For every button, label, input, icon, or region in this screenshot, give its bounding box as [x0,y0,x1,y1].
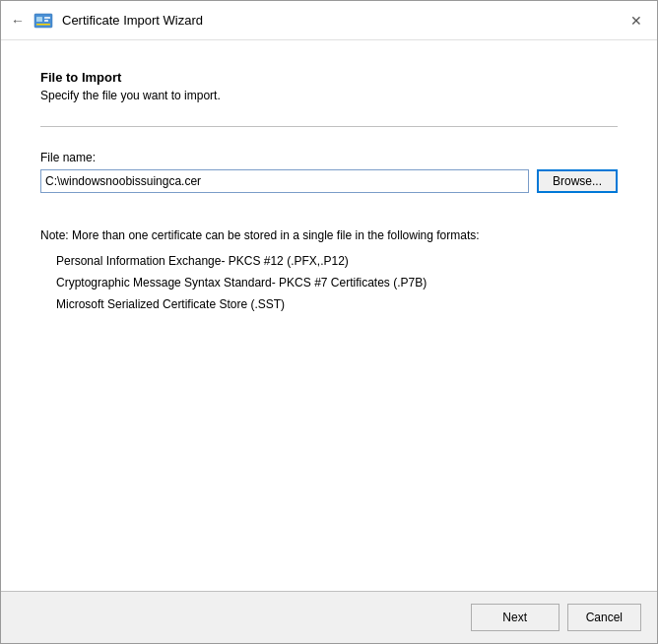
svg-rect-2 [44,17,50,19]
svg-rect-1 [36,17,42,22]
svg-rect-3 [44,20,48,22]
title-bar: ← Certificate Import Wizard ✕ [1,1,657,40]
close-button[interactable]: ✕ [625,10,647,32]
title-bar-left: ← Certificate Import Wizard [11,10,203,32]
footer: Next Cancel [1,591,657,643]
svg-rect-4 [36,24,50,26]
main-content: File to Import Specify the file you want… [1,40,657,591]
format-list: Personal Information Exchange- PKCS #12 … [56,254,618,311]
file-name-label: File name: [40,151,618,164]
section-header: File to Import Specify the file you want… [40,70,618,102]
browse-button[interactable]: Browse... [537,169,618,193]
back-button[interactable]: ← [11,13,25,29]
note-area: Note: More than one certificate can be s… [40,228,618,319]
section-desc: Specify the file you want to import. [40,89,618,102]
wizard-icon [33,10,54,32]
wizard-window: ← Certificate Import Wizard ✕ File to Im… [0,0,658,644]
title-bar-title: Certificate Import Wizard [62,13,203,28]
section-title: File to Import [40,70,618,85]
list-item: Cryptographic Message Syntax Standard- P… [56,276,618,290]
file-name-input[interactable] [40,169,529,193]
note-text: Note: More than one certificate can be s… [40,228,618,242]
file-field-area: File name: Browse... [40,151,618,193]
next-button[interactable]: Next [471,604,559,631]
cancel-button[interactable]: Cancel [567,604,641,631]
list-item: Microsoft Serialized Certificate Store (… [56,297,618,311]
list-item: Personal Information Exchange- PKCS #12 … [56,254,618,268]
file-field-row: Browse... [40,169,618,193]
divider [40,126,618,127]
